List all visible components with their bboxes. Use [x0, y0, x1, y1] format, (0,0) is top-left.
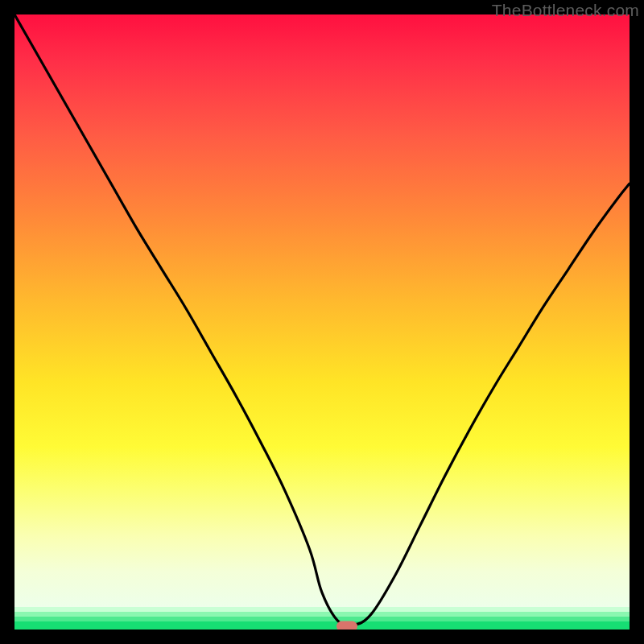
plot-area	[14, 14, 630, 630]
chart-frame: TheBottleneck.com	[0, 0, 644, 644]
watermark-text: TheBottleneck.com	[492, 1, 639, 20]
optimal-marker	[336, 621, 357, 630]
bottleneck-curve	[14, 14, 630, 630]
curve-path	[14, 14, 630, 625]
